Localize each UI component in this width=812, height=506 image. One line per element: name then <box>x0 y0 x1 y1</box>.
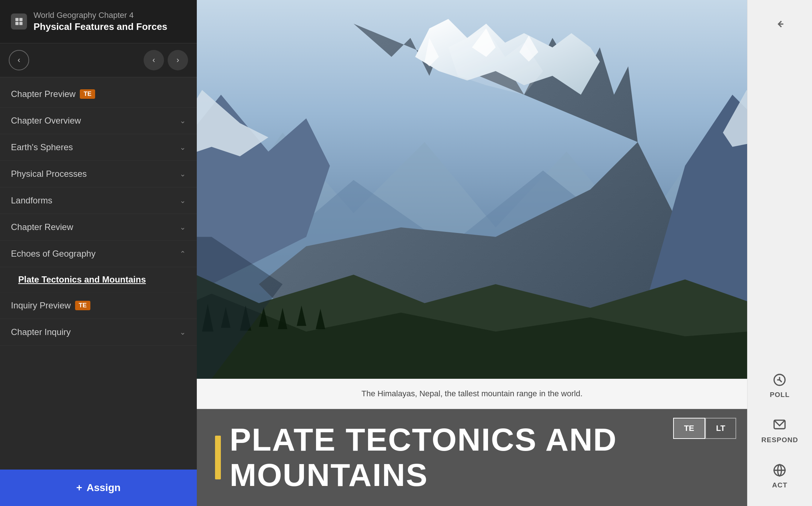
header-subtitle: World Geography Chapter 4 <box>34 10 167 21</box>
chapter-inquiry-label: Chapter Inquiry <box>11 327 71 337</box>
sidebar-item-earths-spheres[interactable]: Earth's Spheres ⌄ <box>0 134 197 161</box>
sidebar-item-physical-processes[interactable]: Physical Processes ⌄ <box>0 161 197 187</box>
svg-rect-0 <box>15 18 19 21</box>
chapter-preview-label: Chapter Preview <box>11 89 75 99</box>
respond-icon <box>772 418 787 432</box>
sidebar-item-chapter-overview[interactable]: Chapter Overview ⌄ <box>0 108 197 134</box>
sidebar: World Geography Chapter 4 Physical Featu… <box>0 0 197 506</box>
chapter-review-label: Chapter Review <box>11 222 73 232</box>
mountain-illustration <box>197 0 747 379</box>
title-section: PLATE TECTONICS AND MOUNTAINS TE LT <box>197 409 747 506</box>
respond-label: RESPOND <box>761 436 798 444</box>
right-panel: POLL RESPOND ACT <box>747 0 812 506</box>
chapter-inquiry-chevron: ⌄ <box>180 328 186 336</box>
sidebar-header: World Geography Chapter 4 Physical Featu… <box>0 0 197 43</box>
inquiry-preview-label: Inquiry Preview <box>11 300 71 311</box>
collapse-sidebar-button[interactable]: ‹ <box>9 50 29 70</box>
sidebar-subitem-plate-tectonics[interactable]: Plate Tectonics and Mountains <box>0 267 197 292</box>
physical-processes-chevron: ⌄ <box>180 170 186 178</box>
sidebar-item-landforms[interactable]: Landforms ⌄ <box>0 187 197 214</box>
svg-rect-2 <box>15 22 19 25</box>
main-content: The Himalayas, Nepal, the tallest mounta… <box>197 0 747 506</box>
title-yellow-bar <box>215 436 221 479</box>
earths-spheres-label: Earth's Spheres <box>11 142 73 152</box>
poll-icon <box>772 373 787 387</box>
sidebar-topnav: ‹ ‹ › <box>0 43 197 77</box>
landforms-chevron: ⌄ <box>180 196 186 205</box>
image-caption: The Himalayas, Nepal, the tallest mounta… <box>197 379 747 409</box>
right-panel-collapse-button[interactable] <box>767 11 793 37</box>
nav-forward-button[interactable]: › <box>168 50 188 70</box>
sidebar-item-inquiry-preview[interactable]: Inquiry Preview TE <box>0 292 197 319</box>
header-text: World Geography Chapter 4 Physical Featu… <box>34 10 167 33</box>
poll-label: POLL <box>770 391 790 399</box>
echoes-of-geography-label: Echoes of Geography <box>11 249 95 259</box>
page-main-title: PLATE TECTONICS AND MOUNTAINS <box>230 422 729 493</box>
act-label: ACT <box>772 481 787 489</box>
right-panel-poll[interactable]: POLL <box>751 367 809 405</box>
app-icon <box>11 13 27 30</box>
content-image-area <box>197 0 747 379</box>
landforms-label: Landforms <box>11 195 52 206</box>
chapter-overview-chevron: ⌄ <box>180 116 186 125</box>
plate-tectonics-label: Plate Tectonics and Mountains <box>18 275 146 285</box>
act-icon <box>772 463 787 478</box>
sidebar-item-echoes-of-geography[interactable]: Echoes of Geography ⌃ <box>0 241 197 267</box>
assign-label: Assign <box>87 482 121 494</box>
right-panel-respond[interactable]: RESPOND <box>751 412 809 450</box>
nav-back-button[interactable]: ‹ <box>144 50 164 70</box>
chapter-preview-te-badge: TE <box>80 89 95 99</box>
te-lt-buttons: TE LT <box>673 418 736 439</box>
inquiry-preview-label-row: Inquiry Preview TE <box>11 300 90 311</box>
header-title: Physical Features and Forces <box>34 21 167 33</box>
right-panel-act[interactable]: ACT <box>751 457 809 495</box>
earths-spheres-chevron: ⌄ <box>180 143 186 152</box>
echoes-of-geography-chevron: ⌃ <box>180 249 186 258</box>
caption-text: The Himalayas, Nepal, the tallest mounta… <box>362 389 583 398</box>
inquiry-preview-te-badge: TE <box>75 301 90 310</box>
sidebar-item-chapter-review[interactable]: Chapter Review ⌄ <box>0 214 197 241</box>
svg-rect-3 <box>19 22 23 25</box>
te-button[interactable]: TE <box>673 418 705 439</box>
chapter-review-chevron: ⌄ <box>180 223 186 231</box>
lt-button[interactable]: LT <box>705 418 736 439</box>
physical-processes-label: Physical Processes <box>11 169 87 179</box>
assign-plus-icon: + <box>76 482 82 494</box>
chapter-preview-label-row: Chapter Preview TE <box>11 89 95 99</box>
nav-list: Chapter Preview TE Chapter Overview ⌄ Ea… <box>0 77 197 470</box>
assign-button[interactable]: + Assign <box>0 470 197 506</box>
nav-arrows: ‹ › <box>144 50 188 70</box>
sidebar-item-chapter-inquiry[interactable]: Chapter Inquiry ⌄ <box>0 319 197 346</box>
svg-rect-1 <box>19 18 23 21</box>
sidebar-item-chapter-preview[interactable]: Chapter Preview TE <box>0 81 197 108</box>
chapter-overview-label: Chapter Overview <box>11 116 81 126</box>
